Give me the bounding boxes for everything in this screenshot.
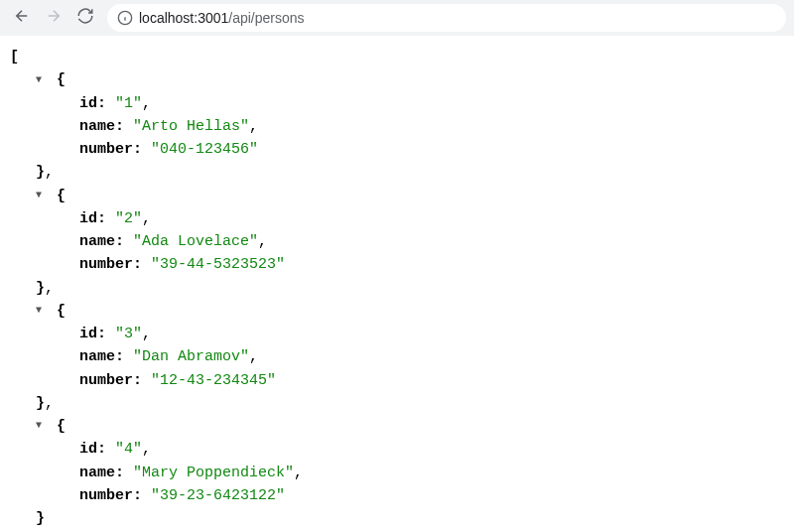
json-property-name: name: "Mary Poppendieck", [10, 462, 778, 484]
json-viewer: [▼ {id: "1",name: "Arto Hellas",number: … [0, 36, 794, 532]
json-property-name: name: "Ada Lovelace", [10, 230, 778, 253]
collapse-toggle-icon[interactable]: ▼ [36, 418, 46, 434]
forward-button[interactable] [40, 4, 67, 32]
object-close: }, [10, 277, 778, 300]
json-property-number: number: "040-123456" [10, 138, 778, 161]
json-property-id: id: "3", [10, 323, 778, 345]
json-property-number: number: "39-23-6423122" [10, 484, 778, 507]
json-property-number: number: "39-44-5323523" [10, 253, 778, 276]
json-property-name: name: "Dan Abramov", [10, 345, 778, 368]
arrow-left-icon [13, 7, 31, 29]
array-open: [ [10, 46, 778, 68]
url-text: localhost:3001/api/persons [139, 10, 305, 26]
object-close: } [10, 507, 778, 530]
object-close: }, [10, 392, 778, 415]
address-bar[interactable]: localhost:3001/api/persons [107, 4, 786, 32]
object-open: ▼ { [10, 68, 778, 91]
json-property-id: id: "2", [10, 207, 778, 230]
collapse-toggle-icon[interactable]: ▼ [36, 188, 46, 203]
json-property-id: id: "1", [10, 92, 778, 115]
json-property-name: name: "Arto Hellas", [10, 115, 778, 138]
object-close: }, [10, 161, 778, 184]
object-open: ▼ { [10, 300, 778, 323]
json-property-id: id: "4", [10, 438, 778, 461]
arrow-right-icon [45, 7, 63, 29]
reload-icon [76, 7, 94, 29]
json-property-number: number: "12-43-234345" [10, 369, 778, 392]
reload-button[interactable] [71, 4, 99, 32]
back-button[interactable] [8, 4, 36, 32]
collapse-toggle-icon[interactable]: ▼ [36, 72, 46, 88]
browser-toolbar: localhost:3001/api/persons [0, 0, 794, 36]
site-info-icon[interactable] [117, 10, 133, 26]
object-open: ▼ { [10, 415, 778, 438]
object-open: ▼ { [10, 185, 778, 207]
collapse-toggle-icon[interactable]: ▼ [36, 303, 46, 319]
